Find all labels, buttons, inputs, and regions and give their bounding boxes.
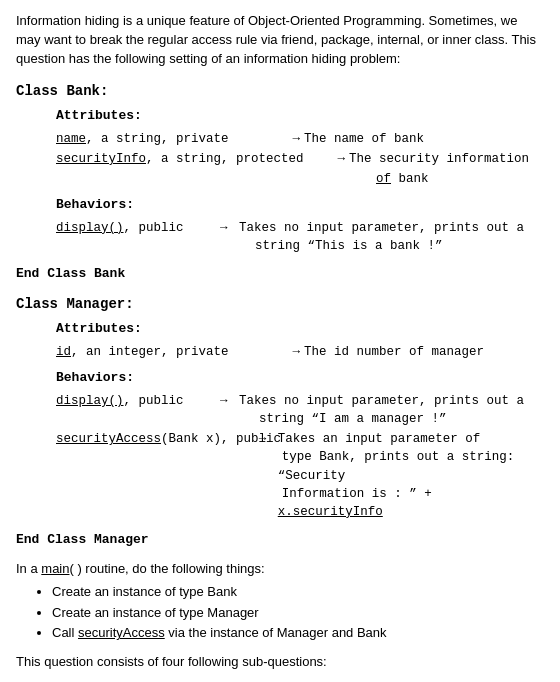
routine-section: In a main( ) routine, do the following t… — [16, 560, 544, 643]
end-class-manager: End Class Manager — [16, 531, 544, 550]
manager-display-underline: display() — [56, 394, 124, 408]
bank-attr-name: name, a string, private → The name of ba… — [56, 130, 544, 148]
bank-attr-name-code: name, a string, private — [56, 130, 229, 148]
bank-behavior-display: display(), public → Takes no input param… — [56, 219, 544, 255]
bank-display-desc2: string “This is a bank !” — [239, 239, 443, 253]
bank-attr-security-underline: securityInfo — [56, 152, 146, 166]
class-manager-section: Class Manager: Attributes: id, an intege… — [16, 294, 544, 521]
bank-attr-name-arrow: → — [233, 130, 301, 148]
manager-securityaccess-desc3: Information is : ” + x.securityInfo — [278, 487, 432, 519]
bank-attributes: Attributes: name, a string, private → Th… — [56, 107, 544, 188]
manager-securityaccess-desc2: type Bank, prints out a string: “Securit… — [278, 450, 515, 482]
end-class-bank: End Class Bank — [16, 265, 544, 284]
bullet-item-1: Create an instance of type Bank — [52, 583, 544, 602]
class-bank-section: Class Bank: Attributes: name, a string, … — [16, 81, 544, 256]
manager-behaviors: Behaviors: display(), public → Takes no … — [56, 369, 544, 521]
manager-body: Attributes: id, an integer, private → Th… — [16, 320, 544, 521]
bank-attr-name-desc: The name of bank — [304, 130, 424, 148]
bank-attr-security-arrow: → — [308, 150, 346, 168]
class-manager-heading: Class Manager: — [16, 294, 544, 314]
bank-display-arrow: → — [220, 219, 235, 237]
bank-attr-security: securityInfo, a string, protected → The … — [56, 150, 544, 168]
bullet-item-3: Call securityAccess via the instance of … — [52, 624, 544, 643]
bank-display-code: display(), public — [56, 219, 216, 237]
bank-attr-of-underline: of — [376, 172, 391, 186]
manager-display-desc2: string “I am a manager !” — [239, 412, 447, 426]
manager-display-arrow: → — [220, 392, 235, 410]
bullet-item-2: Create an instance of type Manager — [52, 604, 544, 623]
bank-behaviors-label: Behaviors: — [56, 196, 544, 215]
manager-attr-id-desc: The id number of manager — [304, 343, 484, 361]
manager-behavior-securityaccess: securityAccess(Bank x), public → Takes a… — [56, 430, 544, 521]
bank-attr-security-desc: The security information — [349, 150, 529, 168]
class-bank-heading: Class Bank: — [16, 81, 544, 101]
intro-paragraph: Information hiding is a unique feature o… — [16, 12, 544, 69]
bank-attr-name-underline: name — [56, 132, 86, 146]
manager-securityaccess-underline: securityAccess — [56, 432, 161, 446]
main-underline: main — [41, 561, 69, 576]
manager-attributes: Attributes: id, an integer, private → Th… — [56, 320, 544, 361]
manager-securityaccess-desc: Takes an input parameter oftype Bank, pr… — [278, 430, 544, 521]
manager-attr-id-arrow: → — [233, 343, 301, 361]
manager-display-code: display(), public — [56, 392, 216, 410]
manager-securityaccess-code: securityAccess(Bank x), public — [56, 430, 255, 448]
bullet-list: Create an instance of type Bank Create a… — [16, 583, 544, 644]
manager-behaviors-label: Behaviors: — [56, 369, 544, 388]
bank-attributes-label: Attributes: — [56, 107, 544, 126]
bank-display-underline: display() — [56, 221, 124, 235]
manager-id-underline: id — [56, 345, 71, 359]
manager-securityaccess-arrow: → — [259, 430, 274, 448]
sub-questions-intro: This question consists of four following… — [16, 653, 544, 672]
bank-body: Attributes: name, a string, private → Th… — [16, 107, 544, 255]
manager-attr-id: id, an integer, private → The id number … — [56, 343, 544, 361]
manager-attributes-label: Attributes: — [56, 320, 544, 339]
bank-attr-security-code: securityInfo, a string, protected — [56, 150, 304, 168]
bank-attr-security-desc2: of bank — [56, 170, 544, 188]
bank-display-desc: Takes no input parameter, prints out ast… — [239, 219, 524, 255]
manager-display-desc: Takes no input parameter, prints out ast… — [239, 392, 524, 428]
manager-attr-id-code: id, an integer, private — [56, 343, 229, 361]
manager-behavior-display: display(), public → Takes no input param… — [56, 392, 544, 428]
x-securityinfo-underline: x.securityInfo — [278, 505, 383, 519]
bank-behaviors: Behaviors: display(), public → Takes no … — [56, 196, 544, 255]
routine-heading: In a main( ) routine, do the following t… — [16, 560, 544, 579]
security-access-underline: securityAccess — [78, 625, 165, 640]
